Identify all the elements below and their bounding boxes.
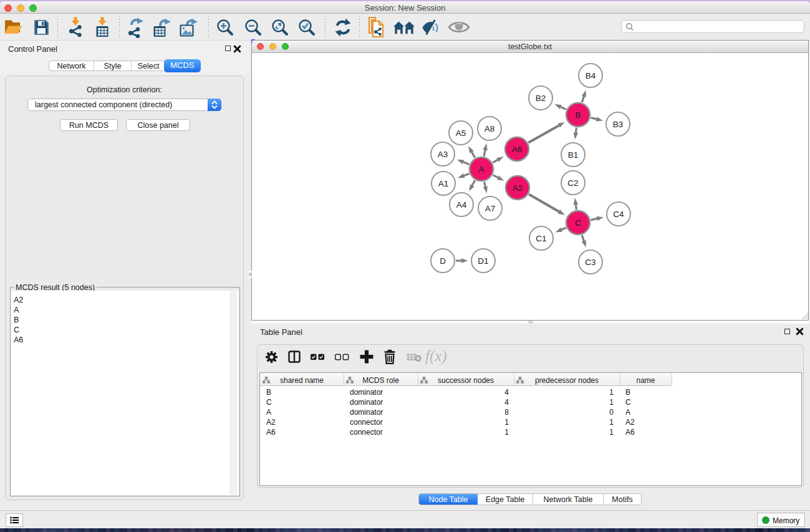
svg-text:C3: C3 <box>585 258 595 267</box>
svg-text:D: D <box>440 256 446 266</box>
svg-text:D1: D1 <box>478 256 488 266</box>
svg-text:B1: B1 <box>568 150 579 160</box>
svg-text:A2: A2 <box>513 183 523 193</box>
svg-text:A4: A4 <box>456 200 467 210</box>
svg-text:C4: C4 <box>613 210 624 219</box>
svg-text:C2: C2 <box>567 178 578 188</box>
svg-text:A3: A3 <box>438 150 448 159</box>
svg-text:B: B <box>575 110 581 120</box>
svg-text:B3: B3 <box>613 120 624 129</box>
svg-text:B4: B4 <box>586 71 596 80</box>
svg-text:A8: A8 <box>485 124 495 133</box>
svg-text:C1: C1 <box>536 234 546 243</box>
svg-text:A: A <box>478 165 484 174</box>
svg-text:A7: A7 <box>485 204 496 213</box>
svg-text:A1: A1 <box>438 179 449 188</box>
svg-text:A5: A5 <box>456 128 466 138</box>
svg-text:B2: B2 <box>536 94 546 103</box>
svg-text:A6: A6 <box>512 145 523 154</box>
svg-text:C: C <box>575 218 581 228</box>
